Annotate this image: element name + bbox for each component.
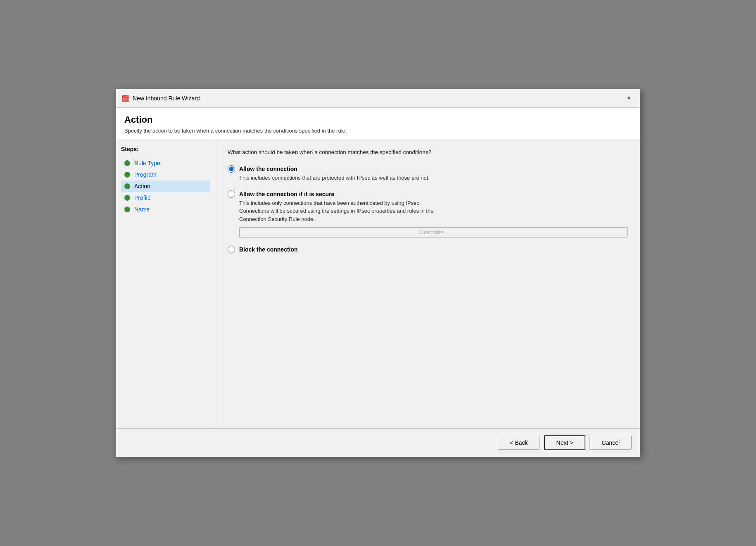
sidebar-item-rule-type[interactable]: Rule Type xyxy=(121,157,210,169)
option-allow-secure-desc: This includes only connections that have… xyxy=(239,199,628,223)
page-subtitle: Specify the action to be taken when a co… xyxy=(124,128,632,134)
dialog: 🧱 New Inbound Rule Wizard × Action Speci… xyxy=(116,89,640,457)
step-dot-action xyxy=(124,183,130,189)
option-group: Allow the connection This includes conne… xyxy=(228,165,628,253)
steps-label: Steps: xyxy=(121,146,210,152)
sidebar-item-action[interactable]: Action xyxy=(121,180,210,192)
radio-allow-secure[interactable] xyxy=(228,190,235,198)
step-label-program: Program xyxy=(134,171,157,178)
sidebar-item-name[interactable]: Name xyxy=(121,204,210,215)
content-area: Steps: Rule Type Program Action Profile … xyxy=(116,139,640,428)
dialog-title: New Inbound Rule Wizard xyxy=(133,95,200,102)
option-block-label[interactable]: Block the connection xyxy=(239,246,298,253)
radio-allow[interactable] xyxy=(228,165,235,173)
step-dot-program xyxy=(124,172,130,178)
main-panel: What action should be taken when a conne… xyxy=(215,139,640,428)
header-section: Action Specify the action to be taken wh… xyxy=(116,108,640,139)
step-label-action: Action xyxy=(134,183,150,190)
customize-button[interactable]: Customize... xyxy=(239,227,628,237)
step-label-name: Name xyxy=(134,206,150,213)
step-label-rule-type: Rule Type xyxy=(134,160,160,166)
option-block: Block the connection xyxy=(228,246,628,253)
step-dot-profile xyxy=(124,195,130,201)
dialog-icon: 🧱 xyxy=(121,94,129,102)
cancel-button[interactable]: Cancel xyxy=(590,436,632,450)
sidebar-item-profile[interactable]: Profile xyxy=(121,192,210,204)
sidebar-item-program[interactable]: Program xyxy=(121,169,210,180)
steps-panel: Steps: Rule Type Program Action Profile … xyxy=(116,139,215,428)
option-allow-secure-label[interactable]: Allow the connection if it is secure xyxy=(239,191,334,197)
option-allow: Allow the connection This includes conne… xyxy=(228,165,628,182)
title-bar: 🧱 New Inbound Rule Wizard × xyxy=(116,89,640,108)
step-label-profile: Profile xyxy=(134,195,151,201)
step-dot-name xyxy=(124,207,130,212)
next-button[interactable]: Next > xyxy=(544,435,586,450)
option-allow-desc: This includes connections that are prote… xyxy=(239,174,628,182)
page-title: Action xyxy=(124,114,632,125)
option-allow-secure: Allow the connection if it is secure Thi… xyxy=(228,190,628,238)
close-button[interactable]: × xyxy=(623,93,635,104)
back-button[interactable]: < Back xyxy=(498,436,540,450)
footer: < Back Next > Cancel xyxy=(116,428,640,457)
radio-block[interactable] xyxy=(228,246,235,253)
option-allow-label[interactable]: Allow the connection xyxy=(239,166,297,172)
question-text: What action should be taken when a conne… xyxy=(228,149,628,155)
step-dot-rule-type xyxy=(124,160,130,166)
